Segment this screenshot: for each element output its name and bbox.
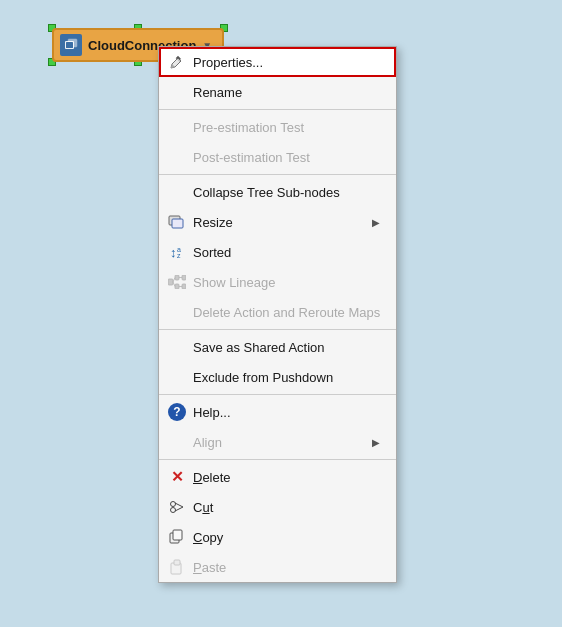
save-shared-icon-placeholder <box>167 337 187 357</box>
menu-item-properties-label: Properties... <box>193 55 380 70</box>
menu-item-align-label: Align <box>193 435 364 450</box>
menu-item-help[interactable]: ? Help... <box>159 397 396 427</box>
copy-icon <box>167 527 187 547</box>
menu-item-delete[interactable]: ✕ Delete <box>159 462 396 492</box>
menu-item-cut[interactable]: Cut <box>159 492 396 522</box>
resize-submenu-arrow: ▶ <box>372 217 380 228</box>
menu-item-collapse-label: Collapse Tree Sub-nodes <box>193 185 380 200</box>
menu-item-resize-label: Resize <box>193 215 364 230</box>
separator-3 <box>159 329 396 330</box>
menu-item-rename[interactable]: Rename <box>159 77 396 107</box>
separator-2 <box>159 174 396 175</box>
menu-item-delete-label: Delete <box>193 470 380 485</box>
menu-item-delete-action: Delete Action and Reroute Maps <box>159 297 396 327</box>
exclude-pushdown-icon-placeholder <box>167 367 187 387</box>
svg-text:↕: ↕ <box>170 245 177 260</box>
menu-item-pre-estimation-label: Pre-estimation Test <box>193 120 380 135</box>
menu-item-paste: Paste <box>159 552 396 582</box>
menu-item-cut-label: Cut <box>193 500 380 515</box>
post-estimation-icon-placeholder <box>167 147 187 167</box>
svg-rect-10 <box>168 279 173 285</box>
menu-item-copy-label: Copy <box>193 530 380 545</box>
help-icon: ? <box>167 402 187 422</box>
pre-estimation-icon-placeholder <box>167 117 187 137</box>
svg-rect-2 <box>66 42 73 48</box>
separator-1 <box>159 109 396 110</box>
x-red-icon: ✕ <box>167 467 187 487</box>
menu-item-align: Align ▶ <box>159 427 396 457</box>
svg-rect-6 <box>172 219 183 228</box>
svg-rect-11 <box>175 275 179 280</box>
menu-item-exclude-pushdown-label: Exclude from Pushdown <box>193 370 380 385</box>
menu-item-pre-estimation: Pre-estimation Test <box>159 112 396 142</box>
svg-rect-13 <box>182 275 186 280</box>
resize-icon <box>167 212 187 232</box>
menu-item-properties[interactable]: Properties... <box>159 47 396 77</box>
menu-item-exclude-pushdown[interactable]: Exclude from Pushdown <box>159 362 396 392</box>
svg-point-19 <box>171 502 176 507</box>
menu-item-copy[interactable]: Copy <box>159 522 396 552</box>
menu-item-post-estimation: Post-estimation Test <box>159 142 396 172</box>
menu-item-collapse[interactable]: Collapse Tree Sub-nodes <box>159 177 396 207</box>
svg-rect-12 <box>175 284 179 289</box>
menu-item-save-shared-label: Save as Shared Action <box>193 340 380 355</box>
svg-line-22 <box>175 507 183 511</box>
pencil-icon <box>167 52 187 72</box>
menu-item-resize[interactable]: Resize ▶ <box>159 207 396 237</box>
menu-item-help-label: Help... <box>193 405 380 420</box>
menu-item-sorted[interactable]: ↕ a z Sorted <box>159 237 396 267</box>
menu-item-show-lineage-label: Show Lineage <box>193 275 380 290</box>
align-icon-placeholder <box>167 432 187 452</box>
sort-icon: ↕ a z <box>167 242 187 262</box>
menu-item-paste-label: Paste <box>193 560 380 575</box>
menu-item-show-lineage: Show Lineage <box>159 267 396 297</box>
separator-5 <box>159 459 396 460</box>
menu-item-rename-label: Rename <box>193 85 380 100</box>
svg-line-21 <box>175 503 183 507</box>
rename-icon-placeholder <box>167 82 187 102</box>
svg-text:z: z <box>177 252 181 259</box>
context-menu: Properties... Rename Pre-estimation Test… <box>158 46 397 583</box>
svg-rect-24 <box>173 530 182 540</box>
svg-rect-26 <box>174 560 180 565</box>
paste-icon <box>167 557 187 577</box>
node-icon <box>60 34 82 56</box>
scissors-icon <box>167 497 187 517</box>
svg-point-20 <box>171 508 176 513</box>
menu-item-save-shared[interactable]: Save as Shared Action <box>159 332 396 362</box>
menu-item-post-estimation-label: Post-estimation Test <box>193 150 380 165</box>
collapse-icon-placeholder <box>167 182 187 202</box>
separator-4 <box>159 394 396 395</box>
menu-item-delete-action-label: Delete Action and Reroute Maps <box>193 305 380 320</box>
svg-rect-14 <box>182 284 186 289</box>
menu-item-sorted-label: Sorted <box>193 245 380 260</box>
delete-action-icon-placeholder <box>167 302 187 322</box>
lineage-icon <box>167 272 187 292</box>
align-submenu-arrow: ▶ <box>372 437 380 448</box>
